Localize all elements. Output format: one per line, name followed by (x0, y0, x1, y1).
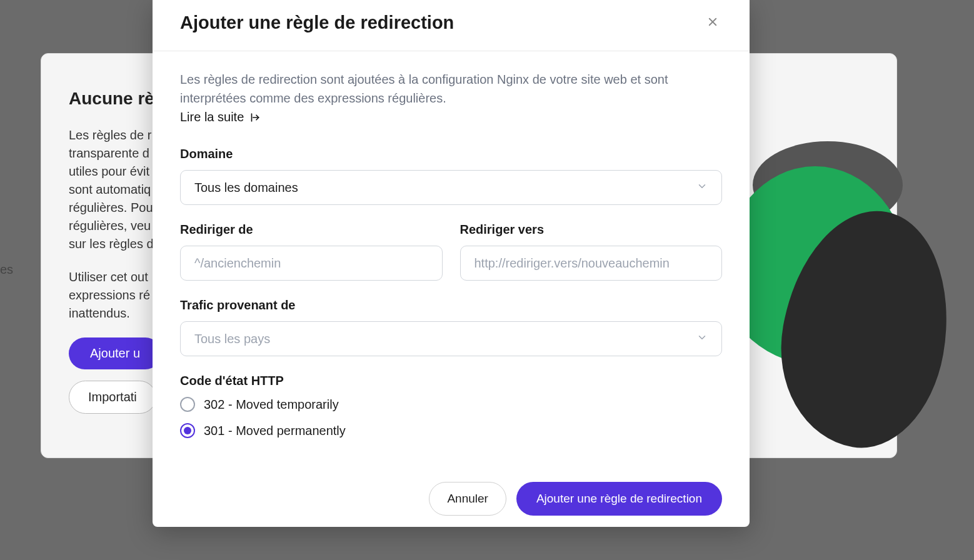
read-more-label: Lire la suite (180, 110, 244, 124)
traffic-from-label: Trafic provenant de (180, 298, 722, 312)
status-code-option-301[interactable]: 301 - Moved permanently (180, 423, 722, 438)
redirect-from-input-wrapper (180, 246, 443, 281)
radio-label-302: 302 - Moved temporarily (204, 398, 339, 412)
modal-header: Ajouter une règle de redirection (153, 0, 750, 51)
modal-footer: Annuler Ajouter une règle de redirection (153, 462, 750, 527)
modal-body: Les règles de redirection sont ajoutées … (153, 51, 750, 462)
submit-button[interactable]: Ajouter une règle de redirection (516, 482, 722, 516)
domain-select[interactable]: Tous les domaines (180, 170, 722, 205)
external-link-icon (249, 112, 260, 123)
read-more-link[interactable]: Lire la suite (180, 110, 260, 124)
status-code-radio-group: 302 - Moved temporarily 301 - Moved perm… (180, 397, 722, 438)
chevron-down-icon (696, 332, 708, 346)
redirect-to-input-wrapper (460, 246, 723, 281)
radio-dot-icon (184, 427, 191, 434)
redirect-to-label: Rediriger vers (460, 222, 723, 237)
radio-label-301: 301 - Moved permanently (204, 424, 346, 438)
redirect-to-input[interactable] (474, 246, 708, 280)
intro-text: Les règles de redirection sont ajoutées … (180, 70, 722, 108)
traffic-from-select[interactable]: Tous les pays (180, 321, 722, 356)
sidebar-text-fragment: es (0, 262, 13, 277)
chevron-down-icon (696, 181, 708, 195)
radio-icon (180, 397, 195, 412)
status-code-option-302[interactable]: 302 - Moved temporarily (180, 397, 722, 412)
bg-add-rule-button[interactable]: Ajouter u (69, 338, 161, 369)
domain-select-value: Tous les domaines (194, 181, 298, 195)
status-code-label: Code d'état HTTP (180, 374, 722, 388)
traffic-from-placeholder: Tous les pays (194, 332, 270, 346)
radio-icon-checked (180, 423, 195, 438)
cancel-button[interactable]: Annuler (429, 482, 506, 516)
add-redirect-rule-modal: Ajouter une règle de redirection Les règ… (153, 0, 750, 527)
bg-import-button[interactable]: Importati (69, 381, 156, 414)
modal-title: Ajouter une règle de redirection (180, 12, 454, 33)
domain-label: Domaine (180, 147, 722, 161)
redirect-from-input[interactable] (194, 246, 428, 280)
close-icon (707, 16, 718, 29)
close-button[interactable] (703, 12, 722, 33)
redirect-from-label: Rediriger de (180, 222, 443, 237)
